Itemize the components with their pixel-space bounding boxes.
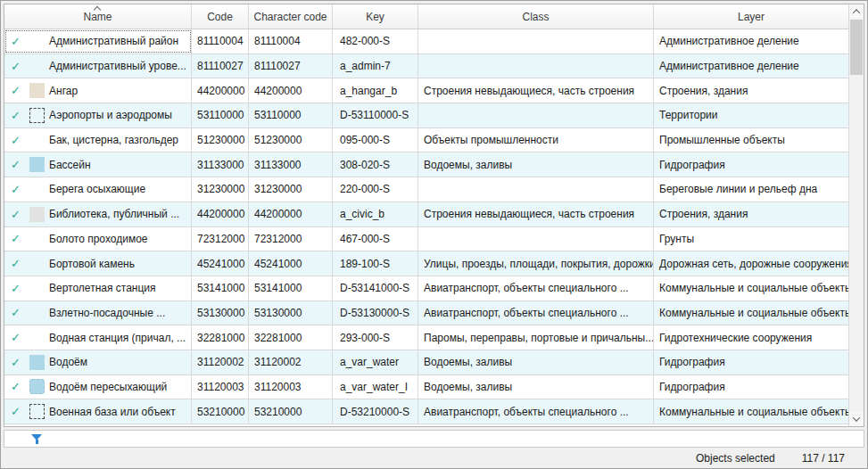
name-cell[interactable]: ✓ Аэропорты и аэродромы (4, 103, 192, 128)
row-character-code: 44200000 (249, 202, 333, 226)
scrollbar-track[interactable] (849, 19, 864, 412)
name-cell[interactable]: ✓ Военная база или объект (4, 399, 192, 424)
row-name: Бак, цистерна, газгольдер (49, 134, 178, 146)
name-cell[interactable]: ✓ Водоём (4, 350, 192, 374)
row-key: 482-000-S (333, 29, 418, 53)
row-class: Авиатранспорт, объекты специального ... (418, 301, 654, 325)
column-header-name[interactable]: Name (4, 4, 192, 29)
table-row[interactable]: ✓ Военная база или объект 53210000 53210… (4, 399, 848, 424)
symbol-swatch-icon (29, 305, 45, 320)
scrollbar-thumb[interactable] (850, 20, 863, 75)
table-row[interactable]: ✓ Берега осыхающие 31230000 31230000 220… (4, 177, 848, 202)
row-code: 51230000 (192, 128, 249, 152)
table-row[interactable]: ✓ Вертолетная станция 53141000 53141000 … (4, 276, 848, 301)
column-header-key[interactable]: Key (333, 4, 418, 29)
check-icon: ✓ (11, 134, 25, 147)
name-cell[interactable]: ✓ Бортовой камень (4, 251, 192, 276)
table-row[interactable]: ✓ Взлетно-посадочные ... 53130000 531300… (4, 301, 848, 326)
row-code: 53141000 (192, 276, 249, 300)
name-cell[interactable]: ✓ Бассейн (4, 152, 192, 177)
row-key: 220-000-S (333, 177, 418, 202)
filter-bar[interactable] (4, 430, 864, 448)
symbol-swatch-icon (29, 34, 45, 49)
row-layer: Гидрография (654, 350, 848, 374)
table-row[interactable]: ✓ Бортовой камень 45241000 45241000 189-… (4, 251, 848, 276)
row-name: Водоём (49, 356, 87, 368)
name-cell[interactable]: ✓ Ангар (4, 78, 192, 103)
column-header-label: Character code (253, 11, 327, 23)
row-code: 31133000 (192, 152, 249, 177)
row-name: Ангар (49, 85, 78, 97)
row-name: Бортовой камень (49, 258, 135, 270)
column-header-class[interactable]: Class (418, 4, 654, 29)
row-name: Административный район (49, 35, 178, 47)
table-row[interactable]: ✓ Бассейн 31133000 31133000 308-020-S Во… (4, 152, 848, 177)
table-row[interactable]: ✓ Аэропорты и аэродромы 53110000 5311000… (4, 103, 848, 128)
check-icon: ✓ (11, 306, 25, 319)
check-icon: ✓ (11, 232, 25, 245)
row-layer: Береговые линии и рельеф дна (654, 177, 848, 202)
check-icon: ✓ (11, 158, 25, 171)
column-header-label: Class (522, 11, 549, 23)
row-key: 095-000-S (333, 128, 418, 152)
table-row[interactable]: ✓ Бак, цистерна, газгольдер 51230000 512… (4, 128, 848, 153)
symbol-swatch-icon (29, 379, 45, 394)
table-row[interactable]: ✓ Административный район 81110004 811100… (4, 29, 848, 54)
row-character-code: 81110004 (249, 29, 333, 53)
row-layer: Гидрография (654, 152, 848, 177)
row-layer: Коммунальные и социальные объекты (654, 301, 848, 325)
table-row[interactable]: ✓ Библиотека, публичный ... 44200000 442… (4, 202, 848, 227)
column-header-character-code[interactable]: Character code (249, 4, 333, 29)
row-code: 44200000 (192, 78, 249, 103)
row-name: Взлетно-посадочные ... (49, 307, 165, 319)
row-class (418, 227, 654, 251)
scroll-down-button[interactable] (849, 412, 864, 426)
table-row[interactable]: ✓ Ангар 44200000 44200000 a_hangar_b Стр… (4, 78, 848, 103)
name-cell[interactable]: ✓ Берега осыхающие (4, 177, 192, 202)
row-character-code: 53110000 (249, 103, 333, 128)
table-row[interactable]: ✓ Болото проходимое 72312000 72312000 46… (4, 227, 848, 252)
name-cell[interactable]: ✓ Взлетно-посадочные ... (4, 301, 192, 325)
name-cell[interactable]: ✓ Бак, цистерна, газгольдер (4, 128, 192, 152)
row-key: a_var_water_I (333, 375, 418, 399)
column-header-layer[interactable]: Layer (654, 4, 848, 29)
name-cell[interactable]: ✓ Административный район (4, 29, 192, 53)
row-key: D-53130000-S (333, 301, 418, 325)
table-row[interactable]: ✓ Административный урове... 81110027 811… (4, 54, 848, 79)
vertical-scrollbar[interactable] (848, 4, 864, 426)
row-key: 189-100-S (333, 251, 418, 276)
row-character-code: 44200000 (249, 78, 333, 103)
name-cell[interactable]: ✓ Административный урове... (4, 54, 192, 78)
row-key: D-53210000-S (333, 399, 418, 424)
row-class: Водоемы, заливы (418, 152, 654, 177)
column-header-code[interactable]: Code (192, 4, 249, 29)
row-character-code: 31133000 (249, 152, 333, 177)
row-class: Авиатранспорт, объекты специального ... (418, 276, 654, 300)
table-row[interactable]: ✓ Водоём пересыхающий 31120003 31120003 … (4, 375, 848, 400)
scroll-up-button[interactable] (849, 4, 864, 19)
status-bar: Objects selected 117 / 117 (4, 448, 864, 468)
name-cell[interactable]: ✓ Болото проходимое (4, 227, 192, 251)
table-row[interactable]: ✓ Водоём 31120002 31120002 a_var_water В… (4, 350, 848, 375)
row-name: Болото проходимое (49, 233, 148, 245)
row-layer: Промышленные объекты (654, 128, 848, 152)
filter-funnel-icon[interactable] (31, 434, 42, 444)
row-code: 44200000 (192, 202, 249, 226)
name-cell[interactable]: ✓ Водоём пересыхающий (4, 375, 192, 399)
check-icon: ✓ (11, 405, 25, 418)
symbol-swatch-icon (29, 256, 45, 271)
row-character-code: 72312000 (249, 227, 333, 251)
status-count: 117 / 117 (802, 452, 845, 465)
row-character-code: 53130000 (249, 301, 333, 325)
name-cell[interactable]: ✓ Водная станция (причал, ... (4, 325, 192, 350)
name-cell[interactable]: ✓ Библиотека, публичный ... (4, 202, 192, 226)
row-name: Библиотека, публичный ... (49, 208, 179, 220)
name-cell[interactable]: ✓ Вертолетная станция (4, 276, 192, 300)
row-name: Военная база или объект (49, 406, 176, 418)
symbol-swatch-icon (29, 281, 45, 296)
row-character-code: 31120002 (249, 350, 333, 374)
row-layer: Гидрография (654, 375, 848, 399)
check-icon: ✓ (11, 60, 25, 73)
table-row[interactable]: ✓ Водная станция (причал, ... 32281000 3… (4, 325, 848, 350)
row-code: 31120002 (192, 350, 249, 374)
